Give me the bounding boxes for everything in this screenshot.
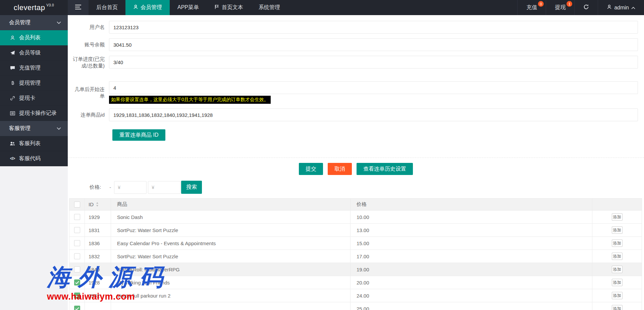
cell-id: 1928 — [85, 276, 111, 289]
row-checkbox[interactable] — [74, 306, 80, 310]
row-checkbox[interactable] — [74, 214, 80, 220]
balance-field[interactable] — [109, 38, 638, 51]
form-row-order-progress: 订单进度(已完成/总数量) — [71, 56, 638, 69]
reset-chain-products-button[interactable]: 重置连单商品 ID — [112, 129, 165, 141]
nav-item-home-text[interactable]: 首页文本 — [207, 0, 251, 15]
app-logo: clevertap V3.0 — [0, 0, 68, 15]
add-button[interactable]: 添加 — [612, 213, 623, 221]
cell-product: SortPuz: Water Sort Puzzle — [111, 224, 351, 236]
refresh-button[interactable] — [574, 0, 598, 15]
table-row: 1831 SortPuz: Water Sort Puzzle 13.00 添加 — [69, 224, 642, 237]
chevron-up-icon — [631, 5, 635, 11]
logo-version: V3.0 — [47, 3, 54, 7]
sidebar-item-recharge-mgmt[interactable]: 充值管理 — [0, 60, 68, 76]
chain-start-field[interactable] — [109, 81, 638, 94]
chain-product-ids-field[interactable] — [109, 108, 638, 121]
sidebar-item-withdraw-card-log[interactable]: 提现卡操作记录 — [0, 106, 68, 121]
chain-start-hint: 如果你要设置连单，这里必须大于0且大于等于用户完成的订单数才会生效。 — [109, 96, 271, 104]
sidebar-item-label: 会员列表 — [19, 34, 41, 41]
sidebar-item-support-list[interactable]: 客服列表 — [0, 136, 68, 151]
column-header-id[interactable]: ID — [85, 198, 111, 210]
column-header-price[interactable]: 价格 — [351, 198, 592, 210]
search-button[interactable]: 搜索 — [181, 181, 202, 194]
cell-price: 24.00 — [351, 289, 592, 302]
chevron-down-icon — [57, 127, 61, 130]
recharge-button[interactable]: 充值 0 — [517, 0, 546, 15]
table-row: 1836 Easy Calendar Pro - Events & Appoin… — [69, 237, 642, 250]
hamburger-icon — [75, 5, 81, 11]
withdraw-button[interactable]: 提现 1 — [546, 0, 574, 15]
price-min-input[interactable] — [114, 181, 147, 194]
column-header-product[interactable]: 商品 — [111, 198, 351, 210]
sidebar-group-label: 客服管理 — [9, 125, 31, 132]
sort-icon[interactable] — [96, 202, 99, 207]
username: admin — [614, 5, 629, 11]
nav-item-dashboard[interactable]: 后台首页 — [89, 0, 125, 15]
cell-id: 1932 — [85, 289, 111, 302]
submit-button[interactable]: 提交 — [299, 163, 323, 175]
chain-product-ids-label: 连单商品id — [71, 108, 105, 121]
logo-text: clevertap — [14, 3, 45, 12]
view-chain-history-button[interactable]: 查看连单历史设置 — [357, 163, 413, 175]
table-header-row: ID 商品 价格 — [69, 198, 642, 211]
rocket-icon — [9, 50, 15, 55]
sidebar-item-withdraw-card[interactable]: 提现卡 — [0, 91, 68, 106]
row-checkbox[interactable] — [74, 227, 80, 233]
add-button[interactable]: 添加 — [612, 226, 623, 234]
sidebar-item-member-level[interactable]: 会员等级 — [0, 45, 68, 60]
sidebar-item-withdraw-mgmt[interactable]: 提现管理 — [0, 76, 68, 91]
table-row: 1929 Sonic Dash 10.00 添加 — [69, 211, 642, 224]
row-checkbox[interactable] — [74, 279, 80, 285]
table-row: 1840 Slash&Roll: MultiplayerRPG 19.00 添加 — [69, 263, 642, 276]
form-row-chain-product-ids: 连单商品id — [71, 108, 638, 121]
chain-start-label: 几单后开始连单 — [71, 81, 105, 104]
row-checkbox[interactable] — [74, 266, 80, 272]
table-row: 1932 Vector full parkour run 2 24.00 添加 — [69, 289, 642, 302]
sidebar-group-members[interactable]: 会员管理 — [0, 15, 68, 30]
cell-product: Vector full parkour run 2 — [111, 289, 351, 302]
add-button[interactable]: 添加 — [612, 292, 623, 299]
sidebar-item-support-code[interactable]: </> 客服代码 — [0, 151, 68, 166]
refresh-icon — [583, 4, 589, 11]
price-label: 价格: — [90, 184, 101, 190]
cell-id: 1836 — [85, 237, 111, 250]
top-nav: 后台首页 会员管理 APP菜单 首页文本 系统管理 — [89, 0, 288, 15]
cell-price: 20.00 — [351, 276, 592, 289]
row-checkbox[interactable] — [74, 253, 80, 259]
nav-label: APP菜单 — [177, 4, 199, 11]
cell-id: 1832 — [85, 250, 111, 263]
sidebar-item-label: 充值管理 — [19, 64, 41, 72]
select-all-checkbox[interactable] — [74, 202, 80, 208]
nav-item-app-menu[interactable]: APP菜单 — [170, 0, 207, 15]
username-field[interactable] — [109, 21, 638, 34]
row-checkbox[interactable] — [74, 240, 80, 246]
price-max-input[interactable] — [148, 181, 180, 194]
user-icon — [133, 4, 138, 11]
user-menu[interactable]: admin — [598, 0, 644, 15]
form-actions: 提交 取消 查看连单历史设置 — [68, 163, 644, 175]
row-checkbox[interactable] — [74, 293, 80, 299]
nav-label: 后台首页 — [96, 4, 118, 11]
add-button[interactable]: 添加 — [612, 305, 623, 310]
add-button[interactable]: 添加 — [612, 266, 623, 273]
cell-product: Easy Calendar Pro - Events & Appointment… — [111, 237, 351, 250]
withdraw-label: 提现 — [555, 4, 566, 11]
cancel-button[interactable]: 取消 — [328, 163, 352, 175]
price-search-bar: 价格: - 搜索 — [71, 181, 644, 194]
sidebar-item-label: 提现卡操作记录 — [19, 110, 57, 117]
table-row: 1928 My Talking Tom Friends 20.00 添加 — [69, 276, 642, 289]
sidebar-toggle-button[interactable] — [68, 0, 89, 15]
top-header: clevertap V3.0 后台首页 会员管理 APP菜单 首页文本 系统管理 — [0, 0, 644, 15]
add-button[interactable]: 添加 — [612, 253, 623, 260]
nav-item-members[interactable]: 会员管理 — [125, 0, 170, 15]
sidebar-item-label: 会员等级 — [19, 49, 41, 56]
nav-item-system[interactable]: 系统管理 — [251, 0, 288, 15]
sidebar-item-member-list[interactable]: 会员列表 — [0, 30, 68, 45]
add-button[interactable]: 添加 — [612, 279, 623, 286]
sidebar-item-label: 客服列表 — [19, 140, 41, 147]
code-icon: </> — [9, 156, 15, 161]
cell-id: 1831 — [85, 224, 111, 236]
order-progress-field[interactable] — [109, 56, 638, 69]
add-button[interactable]: 添加 — [612, 239, 623, 247]
sidebar-group-support[interactable]: 客服管理 — [0, 121, 68, 136]
